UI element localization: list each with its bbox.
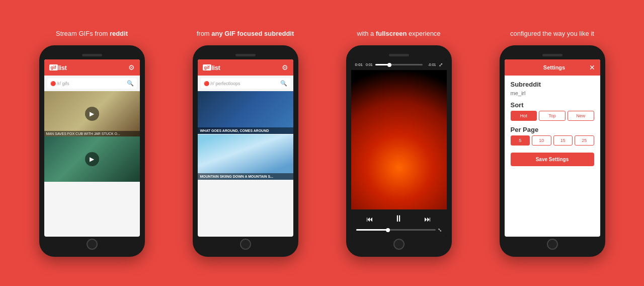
phone-screen-2: gif list ⚙ 🔴 /r/ perfectloops 🔍 WHAT GOE… [198,59,293,237]
phone-screen-4: Settings ✕ Subreddit me_irl Sort Hot Top… [505,59,600,237]
caption-3: with a fullscreen experience [357,29,440,38]
caption-1: Stream GIFs from reddit [56,29,128,38]
phone-screen-1: gif list ⚙ 🔴 /r/ gifs 🔍 ▶ MAN SAVES FOX … [44,59,140,237]
section-1: Stream GIFs from reddit gif list ⚙ 🔴 /r/… [24,29,160,257]
phone-top-bar-4 [505,50,600,59]
gif-item-2a[interactable]: WHAT GOES AROUND, COMES AROUND [198,91,293,134]
phone-4: Settings ✕ Subreddit me_irl Sort Hot Top… [500,45,605,257]
gif-title-1a: MAN SAVES FOX CUB WITH JAR STUCK O... [46,132,138,135]
section-4: configured the way you like it Settings … [485,29,620,257]
home-button-1[interactable] [87,239,98,250]
per-page-options: 5 10 15 25 [511,135,594,146]
app-logo-2: gif list [203,64,220,72]
player-time-end: -0:01 [428,63,436,66]
per-page-25-btn[interactable]: 25 [575,135,594,146]
player-time-start: 0:01 [366,63,373,66]
sort-hot-btn[interactable]: Hot [511,111,537,121]
per-page-5-btn[interactable]: 5 [511,135,530,146]
shuffle-icon[interactable]: ⤡ [438,227,442,233]
app-logo-1: gif list [49,64,67,72]
player-progress-bar[interactable] [375,64,423,65]
phone-1: gif list ⚙ 🔴 /r/ gifs 🔍 ▶ MAN SAVES FOX … [39,45,145,257]
search-bar-1[interactable]: 🔴 /r/ gifs 🔍 [47,78,137,89]
page-container: Stream GIFs from reddit gif list ⚙ 🔴 /r/… [0,0,644,286]
player-done-btn[interactable]: 0:01 [355,62,363,67]
next-button[interactable]: ⏭ [424,215,431,223]
settings-title: Settings [520,64,589,70]
search-icon-2[interactable]: 🔍 [280,80,287,87]
subreddit-label: Subreddit [511,81,594,88]
settings-header: Settings ✕ [505,59,600,76]
sort-options: Hot Top New [511,111,594,121]
sort-new-btn[interactable]: New [568,111,594,121]
gear-icon-2[interactable]: ⚙ [282,63,288,72]
search-label-2: 🔴 /r/ perfectloops [204,81,280,86]
search-label-1: 🔴 /r/ gifs [50,81,127,86]
play-button-1b[interactable]: ▶ [85,152,99,166]
gif-overlay-1a: MAN SAVES FOX CUB WITH JAR STUCK O... [44,131,140,136]
phone-speaker-1 [82,54,102,56]
gear-icon-1[interactable]: ⚙ [128,63,135,72]
phone-screen-3: 0:01 0:01 -0:01 ⤢ [351,59,447,237]
home-button-2[interactable] [240,239,251,250]
player-controls: ⏮ ⏸ ⏭ ⤡ [351,209,447,237]
pause-button[interactable]: ⏸ [394,213,403,224]
section-3: with a fullscreen experience 0:01 0:01 [331,29,467,257]
player-seekbar[interactable] [356,229,436,231]
player-expand-icon[interactable]: ⤢ [439,62,443,67]
logo-text-1: list [58,64,67,72]
logo-gif-2: gif [203,64,211,70]
home-button-3[interactable] [393,239,405,250]
seekbar-dot [386,228,390,232]
content-area-1: ▶ MAN SAVES FOX CUB WITH JAR STUCK O... … [44,91,140,237]
gif-card-1b[interactable]: ▶ [44,136,140,182]
home-button-4[interactable] [547,239,558,250]
section-2: from any GIF focused subreddit gif list … [178,29,313,257]
sort-label: Sort [511,101,594,109]
sort-top-btn[interactable]: Top [539,111,566,121]
per-page-15-btn[interactable]: 15 [553,135,573,146]
phone-3: 0:01 0:01 -0:01 ⤢ [346,45,452,257]
phone-top-bar-1 [44,50,140,59]
player-progress-dot [387,63,391,67]
caption-2: from any GIF focused subreddit [197,29,294,38]
search-bar-2[interactable]: 🔴 /r/ perfectloops 🔍 [201,78,290,89]
phone-speaker-3 [389,54,409,56]
phone-top-bar-3 [351,50,447,59]
phone-2: gif list ⚙ 🔴 /r/ perfectloops 🔍 WHAT GOE… [193,45,298,257]
phone-bottom-bar-3 [351,237,447,252]
search-icon-1[interactable]: 🔍 [127,80,134,87]
prev-button[interactable]: ⏮ [366,215,373,223]
per-page-label: Per Page [511,126,594,133]
phone-top-bar-2 [198,50,293,59]
save-settings-btn[interactable]: Save Settings [511,153,594,166]
logo-text-2: list [212,64,220,72]
per-page-10-btn[interactable]: 10 [532,135,551,146]
app-bar-2: gif list ⚙ [198,59,293,76]
app-bar-1: gif list ⚙ [44,59,140,76]
content-area-2: WHAT GOES AROUND, COMES AROUND MOUNTAIN … [198,91,293,237]
player-top-bar: 0:01 0:01 -0:01 ⤢ [351,59,447,70]
subreddit-value: me_irl [511,90,594,96]
gif-item-2b[interactable]: MOUNTAIN SKIING DOWN A MOUNTAIN S... [198,134,293,180]
phone-speaker-4 [542,54,562,56]
phone-speaker-2 [235,54,256,56]
gif-header-2b: MOUNTAIN SKIING DOWN A MOUNTAIN S... [198,173,293,180]
player-video [351,70,447,209]
player-buttons: ⏮ ⏸ ⏭ [356,213,442,224]
player-screen: 0:01 0:01 -0:01 ⤢ [351,59,447,237]
settings-body: Subreddit me_irl Sort Hot Top New Per Pa… [505,76,600,237]
play-button-1a[interactable]: ▶ [85,107,99,121]
seekbar-fill [356,229,388,231]
gif-header-2a: WHAT GOES AROUND, COMES AROUND [198,127,293,134]
caption-4: configured the way you like it [510,29,594,38]
gif-card-1a[interactable]: ▶ MAN SAVES FOX CUB WITH JAR STUCK O... [44,91,140,136]
logo-gif-1: gif [49,64,58,70]
phone-bottom-bar-4 [505,237,600,252]
gif-list-title-2b: MOUNTAIN SKIING DOWN A MOUNTAIN S... [200,175,291,178]
gif-list-title-2a: WHAT GOES AROUND, COMES AROUND [200,129,291,132]
settings-screen: Settings ✕ Subreddit me_irl Sort Hot Top… [505,59,600,237]
phone-bottom-bar-2 [198,237,293,252]
settings-close-btn[interactable]: ✕ [589,63,595,72]
phone-bottom-bar-1 [44,237,140,252]
